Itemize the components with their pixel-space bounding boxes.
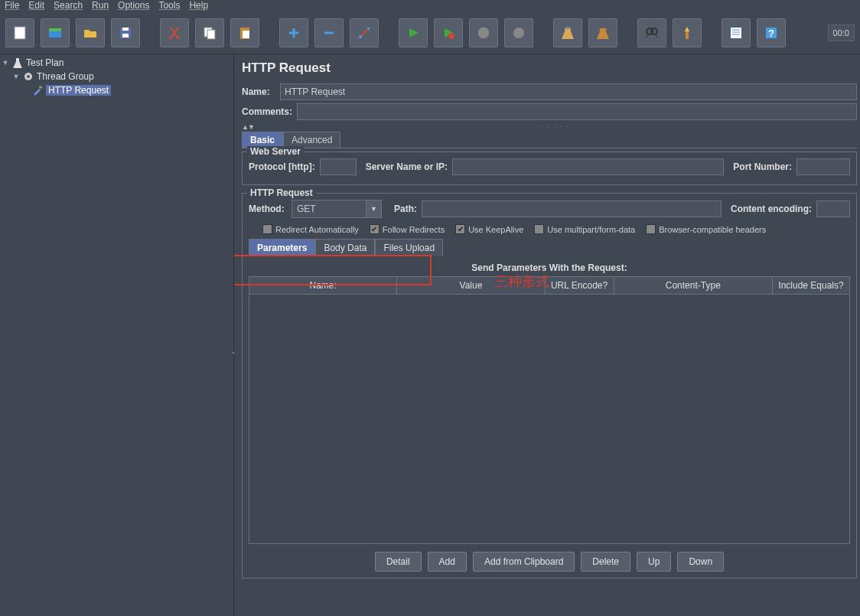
menu-options[interactable]: Options bbox=[118, 0, 149, 11]
fieldset-title: Web Server bbox=[247, 146, 304, 157]
help-icon[interactable]: ? bbox=[757, 18, 786, 47]
svg-rect-9 bbox=[207, 30, 215, 39]
col-include-equals[interactable]: Include Equals? bbox=[773, 277, 849, 294]
comments-label: Comments: bbox=[242, 106, 292, 117]
server-label: Server Name or IP: bbox=[366, 161, 448, 172]
shutdown-icon[interactable] bbox=[504, 18, 533, 47]
up-button[interactable]: Up bbox=[637, 552, 671, 572]
cut-icon[interactable] bbox=[160, 18, 189, 47]
tab-files-upload[interactable]: Files Upload bbox=[375, 239, 443, 256]
menu-file[interactable]: File bbox=[5, 0, 19, 11]
tree-thread-group[interactable]: ▼ Thread Group bbox=[0, 70, 233, 83]
param-section-title: Send Parameters With the Request: bbox=[249, 262, 850, 273]
comments-input[interactable] bbox=[297, 103, 857, 120]
svg-text:?: ? bbox=[768, 28, 774, 39]
menu-search[interactable]: Search bbox=[54, 0, 83, 11]
tree-toggle-icon[interactable]: ▼ bbox=[12, 73, 20, 80]
method-select[interactable]: GET ▼ bbox=[292, 200, 382, 218]
tree-toggle-icon[interactable]: ▼ bbox=[2, 59, 9, 67]
param-table-header: Name: Value URL Encode? Content-Type Inc… bbox=[249, 277, 849, 295]
menu-help[interactable]: Help bbox=[189, 0, 208, 11]
path-label: Path: bbox=[394, 204, 417, 214]
reset-search-icon[interactable] bbox=[673, 18, 702, 47]
port-input[interactable] bbox=[796, 158, 850, 175]
new-icon[interactable] bbox=[5, 18, 34, 47]
menu-edit[interactable]: Edit bbox=[28, 0, 44, 11]
protocol-input[interactable] bbox=[320, 158, 357, 175]
svg-point-32 bbox=[39, 86, 42, 89]
fieldset-httprequest: HTTP Request Method: GET ▼ Path: Content… bbox=[242, 193, 857, 579]
chevron-down-icon: ▼ bbox=[366, 200, 381, 217]
svg-point-15 bbox=[359, 35, 362, 38]
toolbar: ? 00:0 bbox=[0, 14, 860, 54]
svg-rect-2 bbox=[49, 28, 61, 31]
delete-button[interactable]: Delete bbox=[581, 552, 630, 572]
param-table[interactable]: Name: Value URL Encode? Content-Type Inc… bbox=[249, 276, 850, 544]
name-input[interactable] bbox=[280, 83, 857, 100]
clear-all-icon[interactable] bbox=[588, 18, 617, 47]
add-button[interactable]: Add bbox=[428, 552, 467, 572]
tab-advanced[interactable]: Advanced bbox=[283, 132, 340, 148]
svg-point-31 bbox=[27, 75, 30, 78]
start-no-timers-icon[interactable] bbox=[434, 18, 463, 47]
svg-point-16 bbox=[448, 33, 454, 39]
tab-body-data[interactable]: Body Data bbox=[315, 239, 375, 256]
tree-panel: ▼ Test Plan ▼ Thread Group HTTP Request … bbox=[0, 54, 234, 615]
stop-icon[interactable] bbox=[469, 18, 498, 47]
expand-icon[interactable] bbox=[279, 18, 308, 47]
svg-rect-23 bbox=[686, 31, 689, 39]
collapse-bar[interactable]: ▲▼ · · · · · bbox=[242, 123, 857, 130]
detail-button[interactable]: Detail bbox=[375, 552, 422, 572]
collapse-arrows-icon: ▲▼ bbox=[242, 123, 254, 131]
menu-tools[interactable]: Tools bbox=[158, 0, 180, 11]
annotation-text: 三种形式 bbox=[494, 272, 549, 291]
templates-icon[interactable] bbox=[41, 18, 70, 47]
col-name[interactable]: Name: bbox=[249, 277, 397, 294]
paste-icon[interactable] bbox=[230, 18, 259, 47]
path-input[interactable] bbox=[422, 200, 722, 217]
open-icon[interactable] bbox=[76, 18, 105, 47]
tree-http-request[interactable]: HTTP Request bbox=[0, 83, 233, 97]
col-urlencode[interactable]: URL Encode? bbox=[546, 277, 614, 294]
svg-rect-11 bbox=[243, 31, 249, 38]
collapse-icon[interactable] bbox=[314, 18, 344, 47]
start-icon[interactable] bbox=[399, 18, 428, 47]
tree-label: Test Plan bbox=[26, 57, 64, 68]
check-redirect-auto[interactable]: Redirect Automatically bbox=[262, 224, 359, 234]
toggle-icon[interactable] bbox=[350, 18, 379, 47]
check-browser-compat[interactable]: Browser-compatible headers bbox=[646, 224, 766, 234]
tab-basic[interactable]: Basic bbox=[242, 132, 283, 148]
clear-icon[interactable] bbox=[553, 18, 582, 47]
svg-point-17 bbox=[513, 28, 524, 38]
param-buttons: Detail Add Add from Clipboard Delete Up … bbox=[249, 552, 850, 572]
config-tabs: Basic Advanced bbox=[242, 132, 857, 148]
tree-test-plan[interactable]: ▼ Test Plan bbox=[0, 56, 233, 70]
method-value: GET bbox=[297, 204, 316, 214]
pipette-icon bbox=[32, 85, 43, 96]
server-input[interactable] bbox=[452, 158, 724, 175]
protocol-label: Protocol [http]: bbox=[249, 161, 315, 172]
flask-icon bbox=[12, 57, 23, 68]
add-clipboard-button[interactable]: Add from Clipboard bbox=[473, 552, 575, 572]
function-helper-icon[interactable] bbox=[722, 18, 751, 47]
save-icon[interactable] bbox=[111, 18, 140, 47]
fieldset-webserver: Web Server Protocol [http]: Server Name … bbox=[242, 152, 857, 185]
col-contenttype[interactable]: Content-Type bbox=[614, 277, 773, 294]
svg-line-21 bbox=[647, 34, 648, 37]
content-panel: HTTP Request Name: Comments: ▲▼ · · · · … bbox=[234, 54, 860, 615]
menubar: File Edit Search Run Options Tools Help bbox=[0, 0, 860, 14]
down-button[interactable]: Down bbox=[677, 552, 724, 572]
encoding-input[interactable] bbox=[816, 200, 850, 217]
timer-display: 00:0 bbox=[828, 24, 855, 41]
check-multipart[interactable]: Use multipart/form-data bbox=[534, 224, 635, 234]
svg-rect-18 bbox=[565, 27, 570, 29]
tree-label: Thread Group bbox=[37, 71, 94, 82]
page-title: HTTP Request bbox=[242, 60, 857, 76]
menu-run[interactable]: Run bbox=[92, 0, 109, 11]
check-keepalive[interactable]: Use KeepAlive bbox=[455, 224, 523, 234]
tab-parameters[interactable]: Parameters bbox=[249, 239, 315, 256]
check-follow-redirects[interactable]: Follow Redirects bbox=[370, 224, 445, 234]
copy-icon[interactable] bbox=[195, 18, 224, 47]
search-icon[interactable] bbox=[637, 18, 666, 47]
body-tabs: Parameters Body Data Files Upload bbox=[249, 239, 850, 256]
